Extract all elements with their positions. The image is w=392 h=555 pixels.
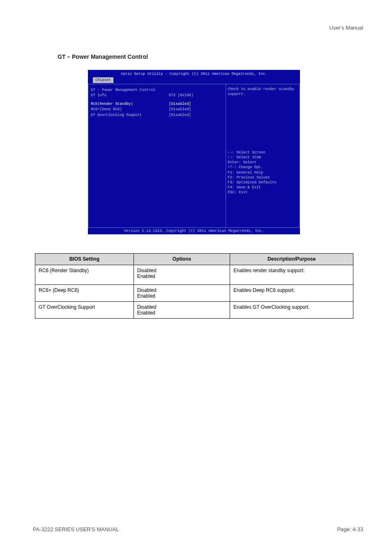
bios-title-text: Aptio Setup Utility - Copyright (C) 2011… [88,72,300,76]
cell-description: Enables Deep RC6 support. [230,285,353,302]
section-title: GT – Power Management Control [58,53,148,60]
rc6p-label[interactable]: RC6+(Deep RC6) [91,107,169,112]
cell-description: Enables render standby support. [230,265,353,285]
option-disabled: Disabled [137,287,227,293]
help-line-9: ESC: Exit [228,190,298,195]
bios-screenshot: Aptio Setup Utility - Copyright (C) 2011… [88,70,300,234]
help-line-1: ←→: Select Screen [228,150,298,155]
col-header-setting: BIOS Setting [35,254,134,265]
bios-right-panel: Check to enable render standby support. … [226,84,300,228]
rc6p-value[interactable]: [Disabled] [169,107,218,112]
options-table: BIOS Setting Options Description/Purpose… [35,253,353,319]
table-row: RC6 (Render Standby) Disabled Enabled En… [35,265,353,285]
cell-description: Enables GT OverClocking support. [230,302,353,319]
page-footer: PA-3222 SERIES USER'S MANUAL Page: 4-33 [33,526,363,532]
footer-right: Page: 4-33 [337,526,363,532]
cell-options: Disabled Enabled [134,265,230,285]
table-body: RC6 (Render Standby) Disabled Enabled En… [35,265,353,319]
cell-options: Disabled Enabled [134,285,230,302]
rc6-value[interactable]: [Disabled] [169,102,218,106]
cell-setting: RC6 (Render Standby) [35,265,134,285]
help-desc-2: support. [228,92,298,97]
table-row: GT OverClocking Support Disabled Enabled… [35,302,353,319]
cell-setting: RC6+ (Deep RC6) [35,285,134,302]
cell-options: Disabled Enabled [134,302,230,319]
cell-setting: GT OverClocking Support [35,302,134,319]
page-header: User's Manual [329,25,363,31]
table-row: RC6+ (Deep RC6) Disabled Enabled Enables… [35,285,353,302]
gt-info-label: GT Info [91,93,169,98]
help-line-4: +/-: Change Opt. [228,165,298,170]
help-line-6: F2: Previous Values [228,175,298,180]
rc6-label[interactable]: RC6(Render Standby) [91,102,169,106]
bios-footer: Version 2.14.1219. Copyright (C) 2011 Am… [88,228,300,234]
help-line-7: F3: Optimized Defaults [228,180,298,185]
bios-heading: GT - Power Management Control [91,88,169,92]
bios-tab-row: Chipset [88,76,300,83]
bios-tab-chipset: Chipset [93,77,113,83]
option-enabled: Enabled [137,310,227,316]
col-header-options: Options [134,254,230,265]
gt-info-value: GT2 (0x166) [169,93,218,98]
help-line-8: F4: Save & Exit [228,185,298,190]
gtoc-label[interactable]: GT OverClocking Support [91,113,169,118]
help-line-5: F1: General Help [228,170,298,175]
bios-body: GT - Power Management Control GT Info GT… [88,84,300,228]
option-disabled: Disabled [137,304,227,310]
col-header-description: Description/Purpose [230,254,353,265]
option-enabled: Enabled [137,273,227,279]
option-enabled: Enabled [137,293,227,299]
footer-left: PA-3222 SERIES USER'S MANUAL [33,526,119,532]
bios-titlebar: Aptio Setup Utility - Copyright (C) 2011… [88,70,300,84]
bios-help-block: ←→: Select Screen ↑↓: Select Item Enter:… [228,150,298,195]
table-header: BIOS Setting Options Description/Purpose [35,254,353,265]
help-line-3: Enter: Select [228,160,298,165]
manual-title: User's Manual [329,25,363,31]
gtoc-value[interactable]: [Disabled] [169,113,218,118]
help-desc-1: Check to enable render standby [228,87,298,92]
help-line-2: ↑↓: Select Item [228,155,298,160]
option-disabled: Disabled [137,268,227,273]
bios-left-panel: GT - Power Management Control GT Info GT… [88,84,226,228]
